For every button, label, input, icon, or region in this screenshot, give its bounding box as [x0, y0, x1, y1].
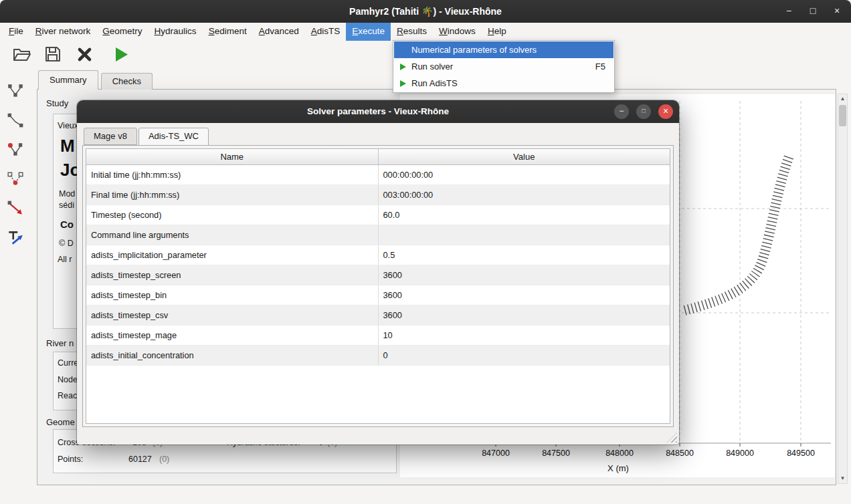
geometry-section-label: Geome [46, 417, 75, 427]
table-row[interactable]: adists_timestep_bin 3600 [86, 285, 670, 305]
play-icon [394, 80, 411, 88]
study-copyright: © D [59, 239, 74, 248]
play-icon [394, 63, 411, 71]
open-folder-icon [13, 47, 31, 65]
menu-results[interactable]: Results [391, 23, 433, 41]
river-network-tool[interactable] [6, 83, 25, 102]
param-value[interactable]: 10 [378, 326, 670, 345]
table-row[interactable]: adists_timestep_csv 3600 [86, 305, 670, 326]
menu-geometry[interactable]: Geometry [96, 23, 148, 41]
param-value[interactable]: 000:00:00:00 [378, 165, 670, 184]
table-header-row: Name Value [86, 149, 670, 165]
x-tick-label: 847000 [472, 449, 519, 458]
minimize-button[interactable]: − [781, 4, 796, 19]
dialog-titlebar[interactable]: Solver parameters - Vieux-Rhône − □ × [77, 100, 679, 123]
param-value[interactable] [378, 225, 670, 245]
open-button[interactable] [10, 44, 33, 67]
menu-advanced[interactable]: Advanced [253, 23, 305, 41]
left-toolbar [0, 70, 31, 504]
run-solver-button[interactable] [110, 44, 132, 67]
dialog-title: Solver parameters - Vieux-Rhône [77, 100, 679, 123]
dialog-controls: − □ × [614, 104, 673, 119]
param-name: Timestep (second) [86, 205, 378, 225]
column-header-name[interactable]: Name [86, 149, 379, 164]
param-value[interactable]: 3600 [378, 285, 670, 305]
menu-help[interactable]: Help [482, 23, 512, 41]
execute-menu: Numerical parameters of solvers Run solv… [393, 40, 615, 93]
param-value[interactable]: 0 [378, 346, 670, 365]
column-header-value[interactable]: Value [379, 149, 670, 164]
table-row[interactable]: Final time (jj:hh:mm:ss) 003:00:00:00 [86, 185, 670, 205]
table-row[interactable]: adists_timestep_mage 10 [86, 326, 670, 346]
table-row[interactable]: Initial time (jj:hh:mm:ss) 000:00:00:00 [86, 165, 670, 185]
menu-river-network[interactable]: River network [29, 23, 97, 41]
current-node-tool[interactable] [6, 142, 25, 160]
close-button[interactable]: × [830, 4, 844, 19]
param-value[interactable]: 003:00:00:00 [378, 185, 670, 205]
dialog-maximize-button[interactable]: □ [636, 104, 651, 119]
menu-hydraulics[interactable]: Hydraulics [149, 23, 203, 41]
dialog-minimize-button[interactable]: − [614, 104, 629, 119]
profile-tool[interactable] [6, 201, 25, 219]
tab-checks[interactable]: Checks [101, 73, 153, 90]
x-tick-label: 849500 [777, 449, 824, 458]
t-blue-arrow-icon [7, 229, 24, 249]
river-network-row: Curre [58, 358, 78, 368]
tab-mage-v8-label: Mage v8 [94, 131, 127, 141]
menu-execute[interactable]: Execute [346, 23, 391, 41]
dialog-close-button[interactable]: × [658, 104, 673, 119]
tab-mage-v8[interactable]: Mage v8 [84, 128, 137, 145]
menu-item-label: Numerical parameters of solvers [411, 45, 605, 55]
menu-windows[interactable]: Windows [433, 23, 482, 41]
param-value[interactable]: 60.0 [378, 205, 670, 225]
close-study-button[interactable] [73, 44, 96, 67]
x-axis-label: X (m) [591, 463, 645, 473]
river-network-row: Reac [58, 391, 77, 400]
window-title: Pamhyr2 (Tahiti 🌴) - Vieux-Rhône [0, 0, 851, 23]
param-name: Final time (jj:hh:mm:ss) [86, 185, 378, 205]
menu-sediment[interactable]: Sediment [203, 23, 253, 41]
window-controls: − □ × [781, 0, 844, 23]
menu-adists[interactable]: AdisTS [305, 23, 347, 41]
menu-item-shortcut: F5 [595, 61, 613, 72]
scrollbar-thumb[interactable] [839, 105, 846, 126]
tab-adis-ts-wc[interactable]: Adis-TS_WC [138, 128, 209, 146]
tab-summary[interactable]: Summary [38, 70, 98, 90]
sediment-layers-tool[interactable] [6, 230, 25, 249]
scroll-up-arrow[interactable]: ▲ [838, 94, 847, 104]
points-extra: (0) [159, 455, 169, 464]
resize-grip[interactable] [667, 432, 677, 443]
tab-adis-ts-wc-label: Adis-TS_WC [149, 131, 199, 141]
menu-item-run-solver[interactable]: Run solver F5 [394, 58, 613, 75]
parameters-table: Name Value Initial time (jj:hh:mm:ss) 00… [86, 148, 670, 424]
menu-item-label: Run solver [411, 61, 595, 72]
vertical-scrollbar[interactable]: ▲ ▼ [838, 94, 848, 484]
mesh-tool[interactable] [6, 171, 25, 190]
table-row[interactable]: Command line arguments [86, 225, 670, 245]
menu-item-numerical-parameters[interactable]: Numerical parameters of solvers [394, 41, 613, 58]
river-network-row: Node [58, 375, 78, 384]
tab-summary-label: Summary [50, 75, 87, 85]
reach-tool[interactable] [6, 112, 25, 131]
menubar: File River network Geometry Hydraulics S… [0, 23, 851, 41]
table-row[interactable]: adists_timestep_screen 3600 [86, 265, 670, 285]
menu-item-run-adists[interactable]: Run AdisTS [394, 75, 613, 92]
toolbar [0, 41, 132, 70]
param-value[interactable]: 0.5 [378, 245, 670, 265]
param-value[interactable]: 3600 [378, 265, 670, 285]
param-name: Initial time (jj:hh:mm:ss) [86, 165, 378, 184]
graph-red-node-icon [7, 141, 24, 161]
table-row[interactable]: adists_implicitation_parameter 0.5 [86, 245, 670, 265]
x-tick-label: 849000 [717, 449, 763, 458]
table-row[interactable]: Timestep (second) 60.0 [86, 205, 670, 225]
study-desc-1: Mod [59, 189, 75, 199]
param-name: adists_timestep_csv [86, 305, 378, 325]
menu-file[interactable]: File [3, 23, 29, 41]
table-row[interactable]: adists_initial_concentration 0 [86, 346, 670, 366]
param-name: adists_timestep_bin [86, 285, 378, 305]
study-section-label: Study [46, 98, 68, 108]
param-value[interactable]: 3600 [378, 305, 670, 325]
maximize-button[interactable]: □ [806, 4, 820, 19]
scroll-down-arrow[interactable]: ▼ [838, 474, 847, 483]
save-button[interactable] [41, 44, 64, 67]
